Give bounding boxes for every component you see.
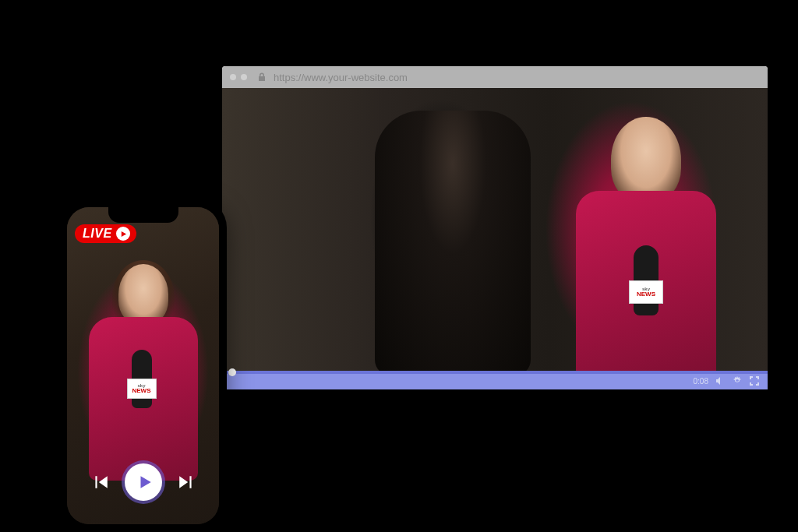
phone-microphone: sky NEWS <box>132 350 152 408</box>
mic-brand-bottom: NEWS <box>637 291 655 298</box>
settings-icon[interactable] <box>732 375 743 386</box>
phone-mic-brand-bottom: NEWS <box>132 388 151 394</box>
video-player-controls: 0:08 <box>222 372 768 389</box>
previous-button[interactable] <box>92 474 109 491</box>
video-scene-reporter: sky NEWS <box>568 117 724 373</box>
mic-flag: sky NEWS <box>629 280 663 304</box>
phone-scene-reporter: sky NEWS <box>85 264 202 482</box>
microphone: sky NEWS <box>634 245 659 315</box>
lock-icon <box>258 72 266 82</box>
phone-player-controls <box>92 463 195 501</box>
browser-window: https://www.your-website.com sky NEWS 0:… <box>222 66 768 389</box>
phone-mockup: sky NEWS LIVE <box>59 199 227 532</box>
phone-notch <box>108 207 178 223</box>
live-badge: LIVE <box>75 224 136 243</box>
browser-chrome-bar: https://www.your-website.com <box>222 66 768 88</box>
video-scene-cameraman <box>375 111 531 372</box>
live-play-icon <box>116 227 130 241</box>
player-time: 0:08 <box>694 377 708 386</box>
volume-icon[interactable] <box>715 375 726 386</box>
video-viewport[interactable]: sky NEWS <box>222 88 768 372</box>
play-button[interactable] <box>125 463 162 501</box>
live-label: LIVE <box>83 227 112 241</box>
traffic-light-close[interactable] <box>230 74 236 80</box>
url-text[interactable]: https://www.your-website.com <box>274 72 408 83</box>
phone-screen[interactable]: sky NEWS LIVE <box>67 207 219 524</box>
phone-mic-flag: sky NEWS <box>127 379 157 399</box>
progress-track[interactable] <box>222 371 768 374</box>
progress-thumb[interactable] <box>228 368 236 376</box>
fullscreen-icon[interactable] <box>749 375 760 386</box>
traffic-light-minimize[interactable] <box>241 74 247 80</box>
next-button[interactable] <box>178 474 195 491</box>
